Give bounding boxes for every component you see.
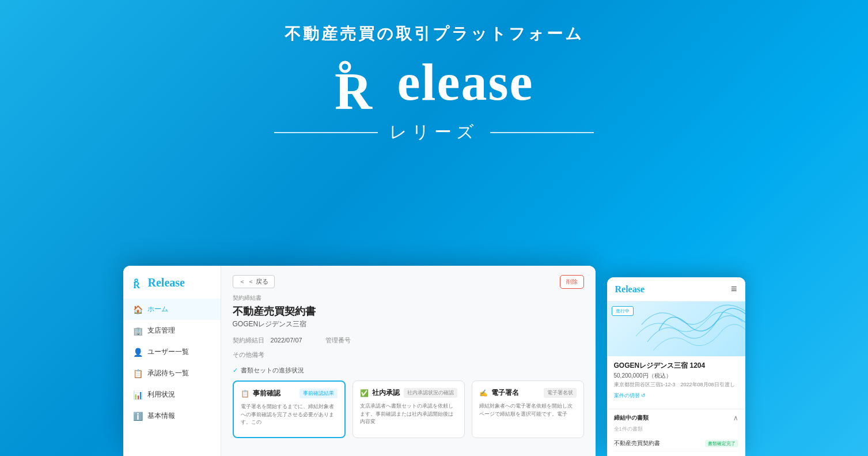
main-content: ＜ ＜ 戻る 削除 契約締結書 不動産売買契約書 GOGENレジデンス三宿 契約… xyxy=(221,266,596,456)
card-header-1: 📋 事前確認 事前確認結果 xyxy=(241,389,338,398)
mobile-address: 東京都世田谷区三宿1-12-3 2022年08月08日引渡し xyxy=(614,381,738,389)
pending-icon: 📋 xyxy=(134,369,143,378)
mobile-doc-name: 不動産売買契約書 xyxy=(614,439,660,447)
branch-icon: 🏢 xyxy=(134,326,143,336)
sidebar-label-users: ユーザー一覧 xyxy=(147,347,189,357)
tagline: 不動産売買の取引プラットフォーム xyxy=(285,23,584,45)
users-icon: 👤 xyxy=(134,348,143,357)
docs-count: 全1件の書類 xyxy=(614,425,738,433)
approval-desc: 支店承認者へ書類セットの承認を依頼します。事前確認または社内承認開始後は内容変 xyxy=(360,402,457,426)
divider-row: レリーズ xyxy=(274,120,594,144)
mobile-docs-section: 締結中の書類 ∧ 全1件の書類 不動産売買契約書 書類確定完了 xyxy=(607,409,745,456)
mobile-header: Release ≡ xyxy=(607,277,745,302)
mobile-doc-item[interactable]: 不動産売買契約書 書類確定完了 xyxy=(614,436,738,451)
chevron-up-icon: ∧ xyxy=(733,414,738,422)
card-title-3: ✍️ 電子署名 xyxy=(479,388,519,398)
sidebar-item-branch[interactable]: 🏢 支店管理 xyxy=(123,320,221,341)
back-arrow: ＜ xyxy=(239,277,245,286)
mobile-docs-header: 締結中の書類 ∧ xyxy=(614,414,738,422)
sidebar-item-pending[interactable]: 📋 承認待ち一覧 xyxy=(123,363,221,384)
mobile-status-badge: 進行中 xyxy=(612,306,634,316)
progress-card-precheck: 📋 事前確認 事前確認結果 電子署名を開始するまでに、締結対象者への事前確認を完… xyxy=(233,380,346,438)
mobile-menu-icon[interactable]: ≡ xyxy=(731,283,737,295)
usage-icon: 📊 xyxy=(134,390,143,400)
sign-badge[interactable]: 電子署名状 xyxy=(544,388,577,398)
back-button[interactable]: ＜ ＜ 戻る xyxy=(233,275,275,288)
sidebar: R Release 🏠 ホーム 🏢 支店管理 👤 ユーザー一覧 � xyxy=(123,266,221,456)
doc-meta: 契約締結日 2022/07/07 管理番号 xyxy=(233,336,584,345)
mobile-doc-badge: 書類確定完了 xyxy=(705,440,738,447)
doc-title: 不動産売買契約書 xyxy=(233,304,584,318)
sidebar-item-usage[interactable]: 📊 利用状況 xyxy=(123,384,221,405)
doc-category: 契約締結書 xyxy=(233,294,584,302)
divider-left xyxy=(274,132,378,133)
progress-card-approval: ✅ 社内承認 社内承認状況の確認 支店承認者へ書類セットの承認を依頼します。事前… xyxy=(352,380,465,438)
info-icon: ℹ️ xyxy=(134,412,143,421)
meta-number: 管理番号 xyxy=(325,336,355,345)
approval-icon: ✅ xyxy=(360,389,369,397)
background: 不動産売買の取引プラットフォーム R elease レリーズ xyxy=(0,0,868,456)
sidebar-logo: R Release xyxy=(123,276,221,299)
card-header-2: ✅ 社内承認 社内承認状況の確認 xyxy=(360,388,457,398)
sidebar-item-home[interactable]: 🏠 ホーム xyxy=(123,299,221,320)
mobile-logo: Release xyxy=(615,284,645,295)
mobile-hero: 進行中 xyxy=(607,302,745,356)
mobile-card-content: GOGENレジデンス三宿 1204 50,200,000円（税込） 東京都世田谷… xyxy=(607,356,745,409)
sidebar-item-users[interactable]: 👤 ユーザー一覧 xyxy=(123,341,221,363)
meta-date: 契約締結日 2022/07/07 xyxy=(233,336,302,345)
card-header-3: ✍️ 電子署名 電子署名状 xyxy=(479,388,577,398)
doc-subtitle: GOGENレジデンス三宿 xyxy=(233,319,584,329)
sidebar-item-info[interactable]: ℹ️ 基本情報 xyxy=(123,405,221,427)
sidebar-label-usage: 利用状況 xyxy=(147,390,175,400)
precheck-desc: 電子署名を開始するまでに、締結対象者への事前確認を完了させる必要があります。この xyxy=(241,403,338,427)
sign-icon: ✍️ xyxy=(479,389,488,397)
card-title-1: 📋 事前確認 xyxy=(241,389,281,398)
progress-card-sign: ✍️ 電子署名 電子署名状 締結対象者への電子署名依頼を開始し次ページで締結順を… xyxy=(472,380,584,438)
precheck-icon: 📋 xyxy=(241,390,249,398)
delete-button[interactable]: 削除 xyxy=(560,275,584,289)
mobile-docs-title: 締結中の書類 xyxy=(614,414,649,422)
card-title-2: ✅ 社内承認 xyxy=(360,388,400,398)
logo-area: R elease レリーズ xyxy=(274,55,594,144)
mobile-price: 50,200,000円（税込） xyxy=(614,372,738,380)
sidebar-label-home: ホーム xyxy=(147,304,168,314)
subtitle: レリーズ xyxy=(389,120,479,144)
precheck-badge[interactable]: 事前確認結果 xyxy=(300,389,338,398)
progress-title: ✓ 書類セットの進捗状況 xyxy=(233,366,584,375)
sidebar-label-branch: 支店管理 xyxy=(147,326,175,336)
sidebar-label-info: 基本情報 xyxy=(147,411,175,421)
sidebar-label-pending: 承認待ち一覧 xyxy=(147,368,189,378)
mockup-area: R Release 🏠 ホーム 🏢 支店管理 👤 ユーザー一覧 � xyxy=(123,266,745,456)
back-label: ＜ 戻る xyxy=(248,277,268,286)
mobile-switch-button[interactable]: 案件の切替 ↺ xyxy=(614,392,646,400)
desktop-mockup: R Release 🏠 ホーム 🏢 支店管理 👤 ユーザー一覧 � xyxy=(123,266,596,456)
divider-right xyxy=(490,132,594,133)
other-notes: その他備考 xyxy=(233,351,584,359)
mobile-mockup: Release ≡ 進行中 GOGENレジデンス三宿 1204 50,200,0… xyxy=(607,277,745,456)
home-icon: 🏠 xyxy=(134,305,143,314)
svg-text:R: R xyxy=(134,280,141,289)
main-logo: R elease xyxy=(335,55,534,115)
approval-badge[interactable]: 社内承認状況の確認 xyxy=(404,388,457,398)
mobile-property-name: GOGENレジデンス三宿 1204 xyxy=(614,361,738,371)
wave-decoration xyxy=(636,302,745,356)
sign-desc: 締結対象者への電子署名依頼を開始し次ページで締結順を選択可能です。電子 xyxy=(479,402,577,418)
progress-cards: 📋 事前確認 事前確認結果 電子署名を開始するまでに、締結対象者への事前確認を完… xyxy=(233,380,584,438)
